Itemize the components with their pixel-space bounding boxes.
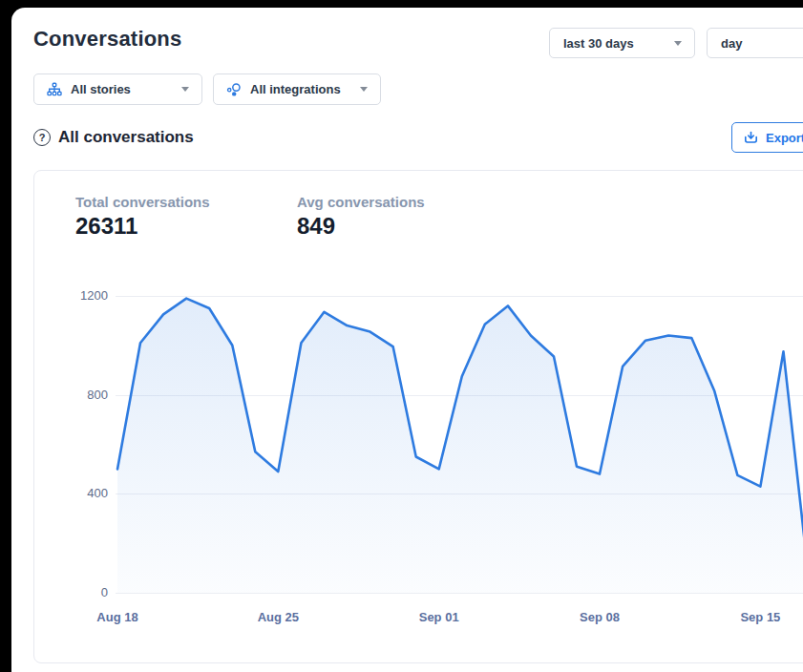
date-range-select[interactable]: last 30 days [549,28,695,58]
stories-filter-label: All stories [71,82,131,96]
question-circle-icon[interactable]: ? [33,129,51,146]
chevron-down-icon [674,41,682,46]
granularity-value: day [721,36,742,51]
chevron-down-icon [360,87,368,92]
x-axis-tick-label: Sep 08 [560,610,640,624]
integrations-filter-label: All integrations [250,82,341,96]
conversations-line-series [34,278,803,608]
export-icon [744,131,758,145]
stories-filter-dropdown[interactable]: All stories [33,74,202,105]
integrations-filter-dropdown[interactable]: All integrations [213,74,381,105]
page-title: Conversations [33,27,181,52]
export-button[interactable]: Export t [731,122,803,153]
conversations-chart-card: Total conversations 26311 Avg conversati… [33,170,803,663]
granularity-select[interactable]: day [707,28,803,58]
app-panel: Conversations last 30 days day All stori… [11,8,803,672]
sitemap-icon [47,82,62,97]
section-title: All conversations [58,128,194,147]
chevron-down-icon [181,87,189,92]
x-axis-tick-label: Aug 18 [77,610,158,624]
section-header: ? All conversations [33,124,194,151]
export-button-label: Export t [766,131,803,145]
date-range-value: last 30 days [563,36,634,51]
area-fill [117,299,803,593]
x-axis-tick-label: Sep 15 [720,610,800,624]
x-axis-tick-label: Sep 01 [399,610,479,624]
conversations-chart[interactable]: 04008001200Aug 18Aug 25Sep 01Sep 08Sep 1… [34,171,803,662]
x-axis-tick-label: Aug 25 [238,610,318,624]
bubbles-icon [226,82,242,97]
